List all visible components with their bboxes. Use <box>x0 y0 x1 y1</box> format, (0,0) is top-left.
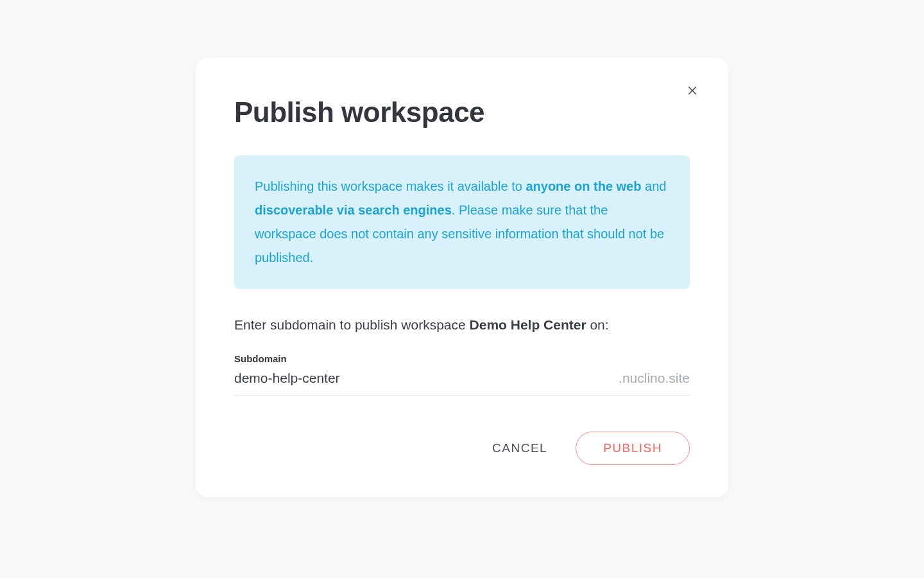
prompt-after: on: <box>586 317 609 332</box>
subdomain-input-row: .nuclino.site <box>234 371 690 396</box>
workspace-name: Demo Help Center <box>470 317 586 332</box>
notice-part2: and <box>641 179 666 193</box>
publish-workspace-modal: Publish workspace Publishing this worksp… <box>196 58 728 497</box>
cancel-button[interactable]: CANCEL <box>487 434 552 463</box>
prompt-before: Enter subdomain to publish workspace <box>234 317 470 332</box>
modal-title: Publish workspace <box>234 96 690 128</box>
subdomain-prompt: Enter subdomain to publish workspace Dem… <box>234 315 690 335</box>
notice-text: Publishing this workspace makes it avail… <box>255 175 669 270</box>
subdomain-input[interactable] <box>234 371 619 386</box>
notice-part1: Publishing this workspace makes it avail… <box>255 179 526 193</box>
subdomain-field-label: Subdomain <box>234 353 690 364</box>
close-icon <box>687 85 698 98</box>
notice-bold2: discoverable via search engines <box>255 203 452 217</box>
notice-bold1: anyone on the web <box>526 179 641 193</box>
domain-suffix: .nuclino.site <box>619 371 690 386</box>
close-button[interactable] <box>683 82 701 100</box>
publish-button[interactable]: PUBLISH <box>576 432 690 465</box>
modal-actions: CANCEL PUBLISH <box>234 432 690 465</box>
publish-warning-notice: Publishing this workspace makes it avail… <box>234 155 690 289</box>
